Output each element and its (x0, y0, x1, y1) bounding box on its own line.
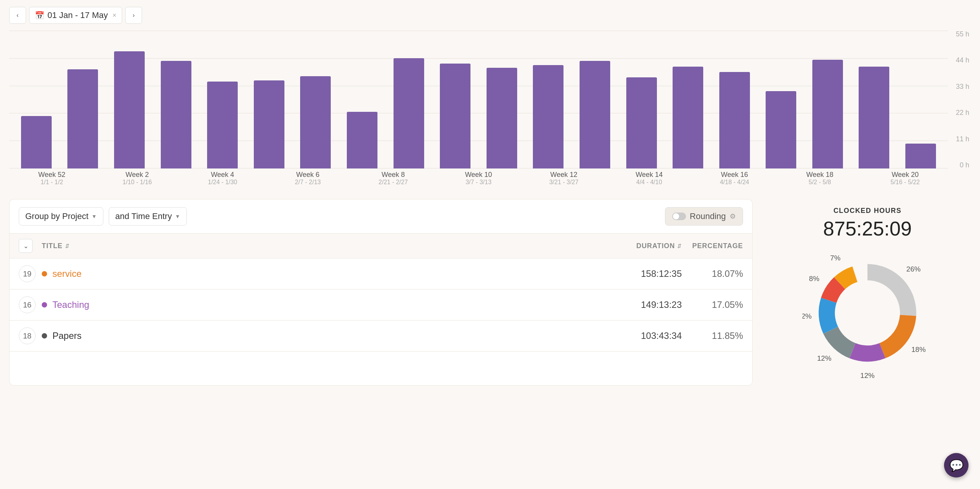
bar (114, 51, 145, 168)
right-panel: CLOCKED HOURS 875:25:09 26%18%12%12%12%8… (764, 199, 971, 386)
bar-group[interactable] (758, 31, 805, 168)
week-label: Week 4 (211, 171, 234, 179)
y-label: 55 h (956, 31, 969, 38)
bar (254, 80, 284, 168)
x-label-group: Week 21/10 - 1/16 (95, 168, 180, 191)
clocked-hours-label: CLOCKED HOURS (764, 207, 971, 215)
time-entry-label: and Time Entry (115, 211, 172, 221)
next-date-button[interactable]: › (125, 7, 142, 24)
donut-segment (879, 315, 916, 358)
bar (673, 67, 703, 168)
x-label-group: Week 62/7 - 2/13 (265, 168, 351, 191)
week-label: Week 6 (296, 171, 320, 179)
collapse-all-btn[interactable]: ⌄ (19, 239, 42, 253)
bars-container (9, 31, 948, 168)
date-range-text: 01 Jan - 17 May (47, 10, 108, 20)
bar (347, 112, 377, 168)
group-by-dropdown[interactable]: Group by Project ▼ (19, 207, 103, 226)
table-section: Group by Project ▼ and Time Entry ▼ Roun… (9, 199, 753, 386)
x-label-group: Week 164/18 - 4/24 (692, 168, 777, 191)
date-navigation: ‹ 📅 01 Jan - 17 May × › (0, 0, 980, 31)
row-dot (42, 271, 47, 276)
week-label: Week 2 (126, 171, 149, 179)
bar-group[interactable] (525, 31, 572, 168)
chat-bubble-button[interactable]: 💬 (944, 453, 969, 478)
bar-group[interactable] (804, 31, 851, 168)
bar (67, 69, 98, 168)
row-title: Teaching (52, 299, 605, 310)
date-label: 4/4 - 4/10 (636, 179, 662, 186)
bar-group[interactable] (851, 31, 898, 168)
bar-group[interactable] (199, 31, 246, 168)
bar-group[interactable] (339, 31, 385, 168)
donut-label: 26% (906, 265, 921, 273)
gear-icon[interactable]: ⚙ (730, 212, 736, 221)
bar-group[interactable] (711, 31, 758, 168)
calendar-icon: 📅 (35, 11, 44, 20)
bar-group[interactable] (432, 31, 479, 168)
bar-group[interactable] (106, 31, 153, 168)
bar (394, 58, 424, 168)
week-label: Week 20 (892, 171, 919, 179)
toggle-switch[interactable] (672, 213, 686, 220)
table-row[interactable]: 19 service 158:12:35 18.07% (10, 258, 752, 289)
y-label: 11 h (956, 136, 969, 142)
donut-chart: 26%18%12%12%12%8%7% (802, 248, 933, 378)
bar-group[interactable] (13, 31, 60, 168)
rounding-toggle[interactable]: Rounding ⚙ (665, 207, 743, 226)
date-range-pill[interactable]: 📅 01 Jan - 17 May × (29, 7, 122, 24)
bar-group[interactable] (479, 31, 525, 168)
bar (812, 60, 843, 168)
prev-date-button[interactable]: ‹ (9, 7, 26, 24)
chevron-down-icon: ▼ (175, 213, 180, 219)
week-label: Week 12 (550, 171, 578, 179)
bar-group[interactable] (618, 31, 665, 168)
clear-date-icon[interactable]: × (113, 11, 117, 20)
chevron-down-icon: ▼ (91, 213, 97, 219)
donut-segment (823, 327, 856, 358)
table-body: 19 service 158:12:35 18.07% 16 Teaching … (10, 258, 752, 352)
date-label: 5/2 - 5/8 (808, 179, 831, 186)
table-row[interactable]: 18 Papers 103:43:34 11.85% (10, 321, 752, 352)
week-label: Week 16 (721, 171, 748, 179)
duration-column-header[interactable]: DURATION ⇵ (605, 242, 682, 250)
y-label: 33 h (956, 83, 969, 90)
x-label-group: Week 521/1 - 1/2 (9, 168, 95, 191)
group-by-label: Group by Project (25, 211, 88, 221)
bar-group[interactable] (153, 31, 199, 168)
bar-group[interactable] (246, 31, 292, 168)
title-column-header[interactable]: TITLE ⇵ (42, 242, 605, 250)
bar (766, 91, 796, 168)
bar-group[interactable] (665, 31, 711, 168)
y-label: 0 h (960, 162, 969, 168)
date-label: 5/16 - 5/22 (890, 179, 920, 186)
table-row[interactable]: 16 Teaching 149:13:23 17.05% (10, 289, 752, 321)
bar (207, 82, 238, 168)
row-count: 18 (19, 327, 36, 344)
chevron-down-icon: ⌄ (23, 242, 28, 250)
week-label: Week 52 (38, 171, 65, 179)
rounding-label: Rounding (690, 211, 726, 221)
row-duration: 158:12:35 (605, 268, 682, 279)
bar-group[interactable] (292, 31, 339, 168)
x-label-group: Week 185/2 - 5/8 (777, 168, 862, 191)
row-percentage: 18.07% (682, 268, 743, 279)
donut-svg: 26%18%12%12%12%8%7% (802, 248, 933, 378)
clocked-hours-value: 875:25:09 (764, 217, 971, 240)
sort-icon: ⇵ (677, 243, 682, 249)
bar-group[interactable] (572, 31, 618, 168)
bar (300, 76, 331, 168)
bar (905, 144, 936, 168)
row-count: 16 (19, 296, 36, 313)
x-label-group: Week 144/4 - 4/10 (606, 168, 692, 191)
time-entry-dropdown[interactable]: and Time Entry ▼ (109, 207, 187, 226)
bottom-section: Group by Project ▼ and Time Entry ▼ Roun… (9, 199, 971, 386)
percentage-column-header: PERCENTAGE (682, 242, 743, 250)
bar-group[interactable] (60, 31, 106, 168)
donut-label: 18% (911, 345, 926, 353)
table-toolbar: Group by Project ▼ and Time Entry ▼ Roun… (10, 200, 752, 234)
bar (487, 68, 517, 168)
bar-group[interactable] (385, 31, 432, 168)
bar-group[interactable] (897, 31, 944, 168)
date-label: 1/24 - 1/30 (208, 179, 237, 186)
